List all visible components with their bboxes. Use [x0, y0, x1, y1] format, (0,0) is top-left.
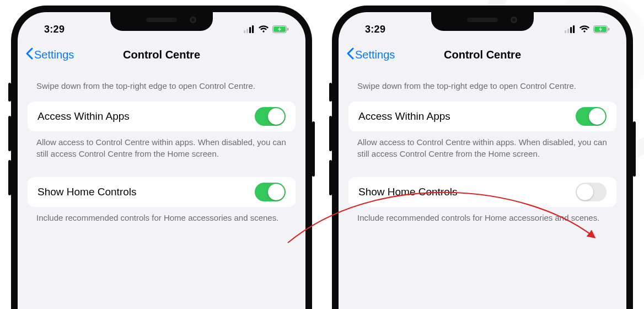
show-home-controls-label: Show Home Controls: [37, 186, 137, 198]
section2-footer: Include recommended controls for Home ac…: [28, 207, 296, 223]
screen-right: 3:29 Set: [339, 12, 626, 309]
status-time: 3:29: [354, 24, 385, 35]
access-within-apps-label: Access Within Apps: [37, 110, 130, 122]
svg-rect-10: [573, 25, 575, 33]
screen-left: 3:29 Set: [18, 12, 305, 309]
chevron-left-icon: [25, 47, 33, 62]
volume-down: [8, 160, 11, 195]
front-camera: [190, 17, 196, 23]
phone-left: 3:29 Set: [11, 6, 312, 309]
show-home-controls-toggle[interactable]: [255, 183, 286, 201]
battery-icon: [593, 25, 610, 33]
wifi-icon: [579, 25, 590, 33]
section2-footer: Include recommended controls for Home ac…: [348, 207, 616, 223]
section1-desc: Swipe down from the top-right edge to op…: [28, 68, 296, 98]
show-home-controls-toggle[interactable]: [576, 183, 607, 201]
battery-icon: [272, 25, 289, 33]
power-button: [633, 121, 636, 177]
svg-rect-3: [252, 25, 254, 33]
status-right: [244, 25, 290, 33]
back-button[interactable]: Settings: [25, 47, 74, 62]
back-label: Settings: [355, 49, 395, 61]
speaker: [467, 18, 498, 22]
section1-footer: Allow access to Control Centre within ap…: [28, 131, 296, 159]
speaker: [146, 18, 177, 22]
access-within-apps-row[interactable]: Access Within Apps: [28, 102, 296, 131]
stage: 3:29 Set: [0, 0, 644, 309]
show-home-controls-row[interactable]: Show Home Controls: [348, 177, 616, 207]
volume-up: [329, 116, 332, 151]
access-within-apps-row[interactable]: Access Within Apps: [348, 102, 616, 131]
content: Swipe down from the top-right edge to op…: [339, 68, 626, 223]
volume-up: [8, 116, 11, 151]
content: Swipe down from the top-right edge to op…: [18, 68, 305, 223]
show-home-controls-label: Show Home Controls: [358, 186, 458, 198]
cellular-icon: [244, 25, 255, 33]
nav-bar: Settings Control Centre: [18, 41, 305, 68]
front-camera: [511, 17, 517, 23]
mute-switch: [8, 83, 11, 102]
toggle-knob: [577, 184, 593, 200]
svg-rect-1: [246, 29, 248, 33]
toggle-knob: [268, 108, 285, 125]
svg-rect-0: [244, 30, 245, 33]
svg-rect-7: [565, 30, 566, 33]
toggle-knob: [589, 108, 605, 125]
svg-rect-2: [249, 27, 251, 33]
section1-footer: Allow access to Control Centre within ap…: [348, 131, 616, 159]
access-within-apps-toggle[interactable]: [576, 107, 607, 126]
power-button: [312, 121, 315, 177]
mute-switch: [329, 83, 332, 102]
status-right: [565, 25, 611, 33]
chevron-left-icon: [346, 47, 354, 62]
notch: [110, 12, 213, 31]
svg-rect-8: [567, 29, 569, 33]
back-button[interactable]: Settings: [346, 47, 395, 62]
svg-rect-13: [608, 28, 609, 31]
section1-desc: Swipe down from the top-right edge to op…: [348, 68, 616, 98]
volume-down: [329, 160, 332, 195]
nav-bar: Settings Control Centre: [339, 41, 626, 68]
status-time: 3:29: [33, 24, 65, 35]
access-within-apps-toggle[interactable]: [255, 107, 286, 126]
toggle-knob: [268, 184, 285, 200]
notch: [431, 12, 534, 31]
access-within-apps-label: Access Within Apps: [358, 110, 450, 122]
svg-rect-6: [287, 28, 288, 31]
phone-right: 3:29 Set: [332, 6, 633, 309]
wifi-icon: [258, 25, 269, 33]
cellular-icon: [565, 25, 576, 33]
back-label: Settings: [34, 49, 74, 61]
show-home-controls-row[interactable]: Show Home Controls: [28, 177, 296, 207]
svg-rect-9: [570, 27, 572, 33]
